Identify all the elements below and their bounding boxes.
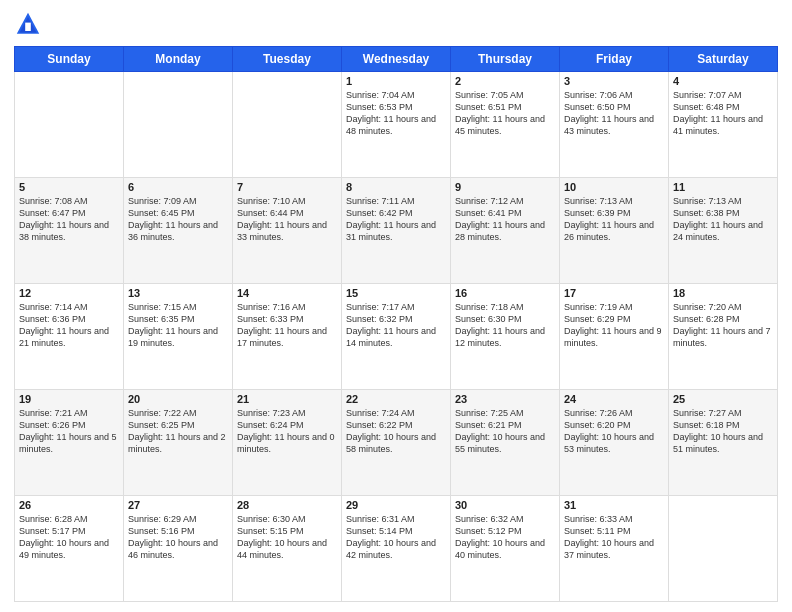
- calendar-cell: 14Sunrise: 7:16 AM Sunset: 6:33 PM Dayli…: [233, 284, 342, 390]
- calendar-cell: 6Sunrise: 7:09 AM Sunset: 6:45 PM Daylig…: [124, 178, 233, 284]
- calendar-cell: 8Sunrise: 7:11 AM Sunset: 6:42 PM Daylig…: [342, 178, 451, 284]
- cell-info: Sunrise: 7:14 AM Sunset: 6:36 PM Dayligh…: [19, 301, 119, 350]
- cell-info: Sunrise: 6:30 AM Sunset: 5:15 PM Dayligh…: [237, 513, 337, 562]
- calendar-cell: 21Sunrise: 7:23 AM Sunset: 6:24 PM Dayli…: [233, 390, 342, 496]
- calendar-header-sunday: Sunday: [15, 47, 124, 72]
- day-number: 30: [455, 499, 555, 511]
- calendar-week-row: 12Sunrise: 7:14 AM Sunset: 6:36 PM Dayli…: [15, 284, 778, 390]
- day-number: 16: [455, 287, 555, 299]
- cell-info: Sunrise: 7:20 AM Sunset: 6:28 PM Dayligh…: [673, 301, 773, 350]
- calendar-cell: [124, 72, 233, 178]
- calendar-cell: 16Sunrise: 7:18 AM Sunset: 6:30 PM Dayli…: [451, 284, 560, 390]
- day-number: 23: [455, 393, 555, 405]
- cell-info: Sunrise: 7:04 AM Sunset: 6:53 PM Dayligh…: [346, 89, 446, 138]
- cell-info: Sunrise: 7:22 AM Sunset: 6:25 PM Dayligh…: [128, 407, 228, 456]
- cell-info: Sunrise: 7:18 AM Sunset: 6:30 PM Dayligh…: [455, 301, 555, 350]
- calendar-cell: 29Sunrise: 6:31 AM Sunset: 5:14 PM Dayli…: [342, 496, 451, 602]
- calendar-cell: 22Sunrise: 7:24 AM Sunset: 6:22 PM Dayli…: [342, 390, 451, 496]
- calendar-week-row: 19Sunrise: 7:21 AM Sunset: 6:26 PM Dayli…: [15, 390, 778, 496]
- page: SundayMondayTuesdayWednesdayThursdayFrid…: [0, 0, 792, 612]
- day-number: 10: [564, 181, 664, 193]
- cell-info: Sunrise: 7:17 AM Sunset: 6:32 PM Dayligh…: [346, 301, 446, 350]
- cell-info: Sunrise: 6:33 AM Sunset: 5:11 PM Dayligh…: [564, 513, 664, 562]
- cell-info: Sunrise: 7:12 AM Sunset: 6:41 PM Dayligh…: [455, 195, 555, 244]
- cell-info: Sunrise: 6:32 AM Sunset: 5:12 PM Dayligh…: [455, 513, 555, 562]
- calendar-cell: 11Sunrise: 7:13 AM Sunset: 6:38 PM Dayli…: [669, 178, 778, 284]
- day-number: 18: [673, 287, 773, 299]
- calendar-cell: 1Sunrise: 7:04 AM Sunset: 6:53 PM Daylig…: [342, 72, 451, 178]
- calendar-cell: 30Sunrise: 6:32 AM Sunset: 5:12 PM Dayli…: [451, 496, 560, 602]
- cell-info: Sunrise: 6:29 AM Sunset: 5:16 PM Dayligh…: [128, 513, 228, 562]
- calendar-week-row: 1Sunrise: 7:04 AM Sunset: 6:53 PM Daylig…: [15, 72, 778, 178]
- calendar-cell: 3Sunrise: 7:06 AM Sunset: 6:50 PM Daylig…: [560, 72, 669, 178]
- day-number: 25: [673, 393, 773, 405]
- calendar-cell: 18Sunrise: 7:20 AM Sunset: 6:28 PM Dayli…: [669, 284, 778, 390]
- day-number: 21: [237, 393, 337, 405]
- cell-info: Sunrise: 7:24 AM Sunset: 6:22 PM Dayligh…: [346, 407, 446, 456]
- cell-info: Sunrise: 7:25 AM Sunset: 6:21 PM Dayligh…: [455, 407, 555, 456]
- day-number: 13: [128, 287, 228, 299]
- day-number: 2: [455, 75, 555, 87]
- day-number: 4: [673, 75, 773, 87]
- day-number: 26: [19, 499, 119, 511]
- cell-info: Sunrise: 7:05 AM Sunset: 6:51 PM Dayligh…: [455, 89, 555, 138]
- calendar-cell: 28Sunrise: 6:30 AM Sunset: 5:15 PM Dayli…: [233, 496, 342, 602]
- calendar-cell: 26Sunrise: 6:28 AM Sunset: 5:17 PM Dayli…: [15, 496, 124, 602]
- calendar-cell: 24Sunrise: 7:26 AM Sunset: 6:20 PM Dayli…: [560, 390, 669, 496]
- day-number: 28: [237, 499, 337, 511]
- logo-icon: [14, 10, 42, 38]
- cell-info: Sunrise: 7:16 AM Sunset: 6:33 PM Dayligh…: [237, 301, 337, 350]
- day-number: 14: [237, 287, 337, 299]
- day-number: 20: [128, 393, 228, 405]
- day-number: 24: [564, 393, 664, 405]
- cell-info: Sunrise: 7:13 AM Sunset: 6:39 PM Dayligh…: [564, 195, 664, 244]
- day-number: 8: [346, 181, 446, 193]
- day-number: 27: [128, 499, 228, 511]
- day-number: 22: [346, 393, 446, 405]
- day-number: 9: [455, 181, 555, 193]
- calendar-cell: 31Sunrise: 6:33 AM Sunset: 5:11 PM Dayli…: [560, 496, 669, 602]
- cell-info: Sunrise: 6:28 AM Sunset: 5:17 PM Dayligh…: [19, 513, 119, 562]
- cell-info: Sunrise: 7:26 AM Sunset: 6:20 PM Dayligh…: [564, 407, 664, 456]
- cell-info: Sunrise: 7:07 AM Sunset: 6:48 PM Dayligh…: [673, 89, 773, 138]
- calendar-cell: [15, 72, 124, 178]
- calendar-week-row: 26Sunrise: 6:28 AM Sunset: 5:17 PM Dayli…: [15, 496, 778, 602]
- calendar-header-wednesday: Wednesday: [342, 47, 451, 72]
- cell-info: Sunrise: 7:09 AM Sunset: 6:45 PM Dayligh…: [128, 195, 228, 244]
- cell-info: Sunrise: 7:13 AM Sunset: 6:38 PM Dayligh…: [673, 195, 773, 244]
- cell-info: Sunrise: 7:21 AM Sunset: 6:26 PM Dayligh…: [19, 407, 119, 456]
- calendar-cell: 25Sunrise: 7:27 AM Sunset: 6:18 PM Dayli…: [669, 390, 778, 496]
- calendar-header-friday: Friday: [560, 47, 669, 72]
- calendar-cell: 19Sunrise: 7:21 AM Sunset: 6:26 PM Dayli…: [15, 390, 124, 496]
- day-number: 1: [346, 75, 446, 87]
- calendar-cell: 27Sunrise: 6:29 AM Sunset: 5:16 PM Dayli…: [124, 496, 233, 602]
- day-number: 15: [346, 287, 446, 299]
- cell-info: Sunrise: 7:06 AM Sunset: 6:50 PM Dayligh…: [564, 89, 664, 138]
- calendar-header-thursday: Thursday: [451, 47, 560, 72]
- calendar-header-monday: Monday: [124, 47, 233, 72]
- calendar-cell: 7Sunrise: 7:10 AM Sunset: 6:44 PM Daylig…: [233, 178, 342, 284]
- day-number: 7: [237, 181, 337, 193]
- cell-info: Sunrise: 7:23 AM Sunset: 6:24 PM Dayligh…: [237, 407, 337, 456]
- logo: [14, 10, 46, 38]
- calendar-cell: 5Sunrise: 7:08 AM Sunset: 6:47 PM Daylig…: [15, 178, 124, 284]
- calendar-cell: [233, 72, 342, 178]
- calendar-cell: 4Sunrise: 7:07 AM Sunset: 6:48 PM Daylig…: [669, 72, 778, 178]
- day-number: 5: [19, 181, 119, 193]
- calendar-cell: 12Sunrise: 7:14 AM Sunset: 6:36 PM Dayli…: [15, 284, 124, 390]
- cell-info: Sunrise: 7:10 AM Sunset: 6:44 PM Dayligh…: [237, 195, 337, 244]
- calendar-cell: [669, 496, 778, 602]
- cell-info: Sunrise: 7:11 AM Sunset: 6:42 PM Dayligh…: [346, 195, 446, 244]
- calendar-header-row: SundayMondayTuesdayWednesdayThursdayFrid…: [15, 47, 778, 72]
- day-number: 29: [346, 499, 446, 511]
- cell-info: Sunrise: 7:27 AM Sunset: 6:18 PM Dayligh…: [673, 407, 773, 456]
- calendar-cell: 9Sunrise: 7:12 AM Sunset: 6:41 PM Daylig…: [451, 178, 560, 284]
- calendar-header-saturday: Saturday: [669, 47, 778, 72]
- cell-info: Sunrise: 7:19 AM Sunset: 6:29 PM Dayligh…: [564, 301, 664, 350]
- calendar-cell: 2Sunrise: 7:05 AM Sunset: 6:51 PM Daylig…: [451, 72, 560, 178]
- calendar-week-row: 5Sunrise: 7:08 AM Sunset: 6:47 PM Daylig…: [15, 178, 778, 284]
- day-number: 12: [19, 287, 119, 299]
- calendar-cell: 17Sunrise: 7:19 AM Sunset: 6:29 PM Dayli…: [560, 284, 669, 390]
- day-number: 6: [128, 181, 228, 193]
- cell-info: Sunrise: 6:31 AM Sunset: 5:14 PM Dayligh…: [346, 513, 446, 562]
